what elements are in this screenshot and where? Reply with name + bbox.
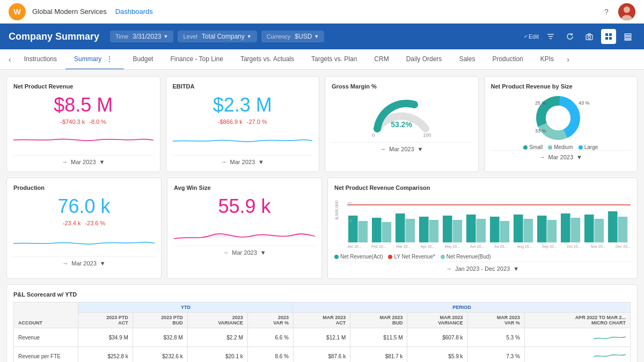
legend-large: Large (579, 144, 598, 150)
micro-chart-revenue (524, 328, 630, 347)
arrow-icon: → (62, 260, 68, 267)
tab-instructions[interactable]: Instructions (16, 49, 65, 70)
revenue-by-size-donut: 43 % 25 % 33 % (491, 94, 631, 142)
per-bud-fte: $81.7 k (350, 347, 407, 363)
tab-sales[interactable]: Sales (450, 49, 484, 70)
arrow-icon: → (62, 159, 68, 165)
tab-next-arrow[interactable]: › (562, 55, 574, 64)
y-axis-label: $,000,000 (334, 201, 339, 220)
pl-scorecard-card: P&L Scorecard w/ YTD ACCOUNT YTD PERIOD … (6, 284, 638, 362)
chevron-down-icon: ▼ (418, 146, 423, 152)
chevron-down-icon: ▼ (258, 159, 264, 165)
filter-icon[interactable] (543, 29, 558, 44)
ytd-varp-revenue: 6.6 % (247, 328, 293, 347)
col-mar2023-act: MAR 2023ACT (293, 313, 350, 328)
bar-chart-title: Net Product Revenue Comparison (334, 184, 631, 191)
net-product-revenue-title: Net Product Revenue (13, 83, 153, 90)
help-icon[interactable]: ? (599, 4, 614, 19)
net-product-revenue-comparison-card: Net Product Revenue Comparison $,000,000 (327, 178, 638, 279)
col-2023-variance: 2023VARIANCE (187, 313, 247, 328)
net-product-revenue-value: $8.5 M (13, 94, 153, 116)
svg-point-1 (624, 6, 630, 13)
tab-finance-top-line[interactable]: Finance - Top Line (162, 49, 232, 70)
arrow-icon: → (221, 159, 227, 165)
workday-logo[interactable]: W (9, 3, 26, 20)
net-product-revenue-by-size-title: Net Product Revenue by Size (491, 83, 631, 90)
list-icon[interactable] (620, 29, 635, 44)
col-2023-ptd-act: 2023 PTDACT (78, 313, 133, 328)
company-name: Global Modern Services (32, 8, 107, 16)
legend-ly-net-revenue: LY Net Revenue* (388, 254, 435, 260)
svg-text:33 %: 33 % (535, 128, 546, 134)
currency-filter[interactable]: Currency $USD ▼ (261, 31, 325, 42)
per-varp-fte: 7.3 % (467, 347, 524, 363)
arrow-icon: → (380, 146, 386, 152)
ebitda-footer[interactable]: → Mar 2023 ▼ (173, 155, 313, 165)
period-group-header: PERIOD (293, 302, 630, 313)
ytd-act-revenue: $34.9 M (78, 328, 133, 347)
svg-rect-5 (605, 33, 608, 36)
micro-chart-fte (524, 347, 630, 363)
svg-point-16 (546, 106, 570, 130)
tab-daily-orders[interactable]: Daily Orders (398, 49, 451, 70)
production-value: 76.0 k (13, 195, 155, 218)
avg-win-size-card: Avg Win Size 55.9 k → Mar 2023 ▼ (167, 178, 322, 279)
ytd-bud-revenue: $32.8 M (133, 328, 187, 347)
per-act-revenue: $12.1 M (293, 328, 350, 347)
edit-icon[interactable]: Edit (524, 29, 539, 44)
ytd-act-fte: $252.8 k (78, 347, 133, 363)
avg-win-size-title: Avg Win Size (174, 184, 315, 191)
page-title: Company Summary (9, 31, 99, 42)
avg-win-size-value: 55.9 k (174, 195, 315, 218)
chevron-down-icon: ▼ (260, 249, 266, 256)
per-var-fte: $5.9 k (407, 347, 467, 363)
svg-rect-11 (625, 39, 631, 40)
level-filter[interactable]: Level Total Company ▼ (178, 31, 257, 42)
svg-rect-7 (605, 37, 608, 40)
grid-icon[interactable] (601, 29, 616, 44)
chevron-down-icon: ▼ (576, 154, 582, 160)
tab-production[interactable]: Production (484, 49, 531, 70)
avg-win-size-footer[interactable]: → Mar 2023 ▼ (174, 246, 315, 256)
production-delta: -23.4 k -23.6 % (13, 220, 155, 226)
col-mar2023-varp: MAR 2023VAR % (467, 313, 524, 328)
tab-prev-arrow[interactable]: ‹ (4, 55, 16, 64)
dashboards-link[interactable]: Dashboards (115, 8, 153, 16)
tab-crm[interactable]: CRM (365, 49, 397, 70)
time-filter[interactable]: Time 3/31/2023 ▼ (110, 31, 173, 42)
refresh-icon[interactable] (562, 29, 577, 44)
col-mar2023-variance: MAR 2023VARIANCE (407, 313, 467, 328)
kpi-row-2: Production 76.0 k -23.4 k -23.6 % → Mar … (6, 178, 638, 279)
camera-icon[interactable] (582, 29, 597, 44)
revenue-by-size-footer[interactable]: → Mar 2023 ▼ (491, 150, 631, 160)
arrow-icon: → (223, 249, 229, 256)
svg-point-4 (588, 36, 591, 39)
tab-budget[interactable]: Budget (124, 49, 162, 70)
top-nav: W Global Modern Services Dashboards ? (0, 0, 644, 24)
tab-targets-vs-plan[interactable]: Targets vs. Plan (303, 49, 365, 70)
pl-scorecard-table: ACCOUNT YTD PERIOD 2023 PTDACT 2023 PTDB… (13, 302, 631, 362)
gross-margin-footer[interactable]: → Mar 2023 ▼ (332, 142, 472, 152)
production-title: Production (13, 184, 155, 191)
tab-kpis[interactable]: KPIs (532, 49, 562, 70)
tab-targets-vs-actuals[interactable]: Targets vs. Actuals (232, 49, 303, 70)
ytd-var-revenue: $2.2 M (187, 328, 247, 347)
bar-chart-footer[interactable]: → Jan 2023 - Dec 2023 ▼ (334, 262, 631, 272)
net-product-revenue-footer[interactable]: → Mar 2023 ▼ (13, 155, 153, 165)
chevron-down-icon: ▼ (99, 159, 105, 165)
production-sparkline (13, 231, 155, 252)
production-footer[interactable]: → Mar 2023 ▼ (13, 256, 155, 267)
svg-text:25 %: 25 % (535, 100, 546, 106)
per-act-fte: $87.6 k (293, 347, 350, 363)
header-actions: Edit (524, 29, 635, 44)
gross-margin-donut: 53.2% 0 100 (332, 94, 472, 138)
bar-chart-area: 0 10 20 (347, 195, 631, 243)
svg-rect-9 (625, 34, 631, 35)
gauge-min: 0 (372, 132, 375, 138)
ytd-var-fte: $20.1 k (187, 347, 247, 363)
account-revenue: Revenue (14, 328, 78, 347)
tab-summary[interactable]: Summary ⋮ (65, 49, 124, 70)
tab-bar: ‹ Instructions Summary ⋮ Budget Finance … (0, 49, 644, 70)
bar-chart-legend: Net Revenue(Act) LY Net Revenue* Net Rev… (334, 253, 631, 262)
ebitda-title: EBITDA (173, 83, 313, 90)
